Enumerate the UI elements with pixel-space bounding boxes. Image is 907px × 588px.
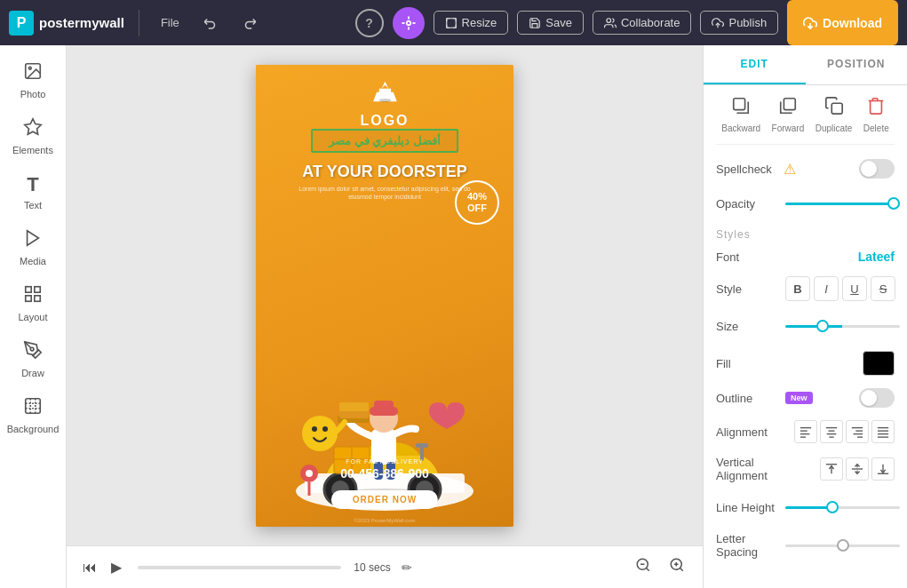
poster-phone-number: 00-456-886-900	[340, 466, 429, 481]
zoom-in-button[interactable]	[664, 555, 690, 579]
delete-label: Delete	[863, 123, 889, 133]
svg-rect-38	[339, 402, 369, 411]
play-button[interactable]: ▶	[107, 555, 125, 579]
poster-arabic-text: أفضل ديليفري في مصر	[311, 129, 458, 153]
underline-button[interactable]: U	[842, 276, 867, 301]
resize-button[interactable]: Resize	[434, 11, 509, 35]
alignment-buttons	[794, 420, 895, 443]
fill-label: Fill	[716, 357, 778, 370]
valign-bottom-button[interactable]	[871, 457, 895, 481]
italic-button[interactable]: I	[814, 276, 839, 301]
sidebar-item-text[interactable]: T Text	[3, 166, 63, 218]
download-button[interactable]: Download	[787, 0, 898, 45]
poster-fast-delivery-label: FOR FAST DELIVERY	[340, 458, 429, 465]
photo-icon	[23, 61, 43, 85]
valign-top-button[interactable]	[820, 457, 843, 481]
canvas-area: LOGO أفضل ديليفري في مصر AT YOUR DOORSTE…	[67, 45, 703, 588]
left-sidebar: Photo Elements T Text Media Layout	[0, 45, 67, 588]
line-height-label: Line Height	[716, 501, 778, 514]
tab-edit[interactable]: EDIT	[704, 45, 806, 84]
duplicate-button[interactable]: Duplicate	[816, 96, 853, 133]
sidebar-item-draw[interactable]: Draw	[3, 333, 63, 385]
forward-button[interactable]: Forward	[772, 96, 805, 133]
delete-button[interactable]: Delete	[863, 96, 889, 133]
fill-color-swatch[interactable]	[863, 351, 895, 376]
file-menu-button[interactable]: File	[154, 12, 187, 33]
svg-point-0	[406, 20, 410, 25]
opacity-label: Opacity	[716, 197, 778, 211]
undo-button[interactable]	[195, 12, 226, 35]
letter-spacing-row: Letter Spacing 0	[716, 532, 895, 559]
outline-toggle[interactable]	[859, 388, 895, 408]
align-center-button[interactable]	[820, 420, 843, 443]
text-label: Text	[24, 200, 42, 211]
edit-panel-content: Backward Forward Duplicate	[704, 85, 907, 588]
svg-rect-65	[734, 99, 745, 110]
sidebar-item-background[interactable]: Background	[3, 389, 63, 441]
letter-spacing-label: Letter Spacing	[716, 532, 778, 559]
svg-point-45	[306, 470, 313, 477]
background-icon	[23, 396, 43, 420]
poster-logo-area: LOGO	[360, 77, 409, 129]
poster-subtext: Lorem ipsum dolor sit amet, consectetur …	[296, 185, 473, 203]
logo-icon: P	[9, 11, 34, 36]
spellcheck-row: Spellcheck ⚠	[716, 159, 895, 179]
svg-rect-67	[831, 103, 842, 114]
timeline-duration: 10 secs	[354, 561, 390, 574]
spellcheck-warning-icon: ⚠	[784, 161, 796, 178]
svg-point-19	[378, 99, 390, 102]
right-panel: EDIT POSITION Backward Forward	[703, 45, 907, 588]
skip-to-start-button[interactable]: ⏮	[79, 556, 100, 579]
tab-position[interactable]: POSITION	[806, 45, 908, 84]
font-label: Font	[716, 250, 778, 264]
toggle-knob	[861, 161, 877, 177]
element-actions-row: Backward Forward Duplicate	[716, 96, 895, 145]
save-button[interactable]: Save	[517, 11, 584, 35]
duplicate-label: Duplicate	[816, 123, 853, 133]
spellcheck-toggle[interactable]	[859, 159, 895, 179]
styles-section-label: Styles	[716, 228, 895, 241]
sidebar-item-layout[interactable]: Layout	[3, 277, 63, 330]
publish-button[interactable]: Publish	[700, 11, 778, 35]
align-left-button[interactable]	[794, 420, 817, 443]
align-justify-button[interactable]	[871, 420, 895, 443]
timeline-track[interactable]	[138, 566, 341, 569]
svg-point-6	[607, 18, 611, 22]
svg-rect-66	[784, 99, 795, 110]
timeline-edit-button[interactable]: ✏	[402, 560, 412, 575]
svg-rect-18	[26, 399, 41, 414]
zoom-out-button[interactable]	[630, 555, 656, 579]
app-logo: P postermywall	[9, 11, 124, 36]
opacity-row: Opacity 100	[716, 191, 895, 216]
sidebar-item-media[interactable]: Media	[3, 221, 63, 274]
svg-rect-35	[374, 401, 394, 409]
app-name: postermywall	[39, 15, 124, 30]
backward-button[interactable]: Backward	[721, 96, 760, 133]
font-value[interactable]: Lateef	[858, 250, 895, 264]
help-button[interactable]: ?	[355, 9, 384, 37]
line-height-slider[interactable]	[785, 506, 900, 509]
redo-button[interactable]	[235, 12, 265, 35]
forward-label: Forward	[772, 123, 805, 133]
design-canvas[interactable]: LOGO أفضل ديليفري في مصر AT YOUR DOORSTE…	[256, 65, 513, 527]
collaborate-button[interactable]: Collaborate	[593, 11, 692, 35]
svg-point-42	[312, 426, 317, 432]
nav-separator	[139, 10, 139, 36]
active-tool-indicator[interactable]	[393, 7, 425, 39]
alignment-row: Alignment	[716, 420, 895, 443]
svg-marker-12	[28, 231, 39, 246]
bold-button[interactable]: B	[785, 276, 810, 301]
alignment-label: Alignment	[716, 425, 778, 439]
fill-row: Fill	[716, 351, 895, 376]
opacity-slider-container: 100	[785, 191, 907, 216]
size-slider[interactable]	[785, 325, 900, 328]
align-right-button[interactable]	[846, 420, 869, 443]
opacity-slider[interactable]	[785, 203, 900, 205]
sidebar-item-photo[interactable]: Photo	[3, 54, 63, 107]
letter-spacing-slider[interactable]	[785, 544, 900, 547]
strikethrough-button[interactable]: S	[871, 276, 895, 301]
valign-middle-button[interactable]	[846, 457, 869, 481]
outline-row: Outline New	[716, 388, 895, 408]
sidebar-item-elements[interactable]: Elements	[3, 110, 63, 163]
canvas-container[interactable]: LOGO أفضل ديليفري في مصر AT YOUR DOORSTE…	[67, 45, 703, 545]
